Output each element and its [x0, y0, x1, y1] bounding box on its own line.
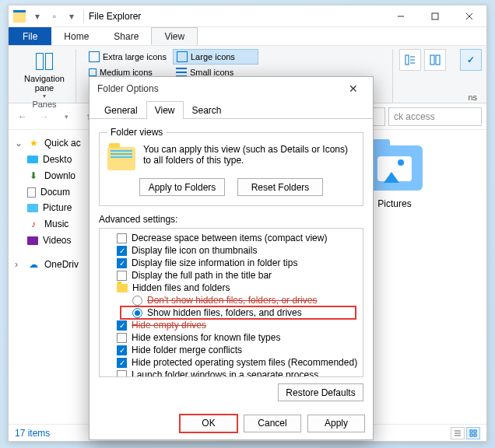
close-button[interactable]: ✕	[342, 82, 365, 95]
adv-hide-empty[interactable]: Hide empty drives	[101, 319, 361, 331]
folder-options-dialog: Folder Options ✕ General View Search Fol…	[89, 76, 374, 440]
adv-hide-merge[interactable]: Hide folder merge conflicts	[101, 344, 361, 356]
maximize-button[interactable]	[418, 5, 452, 27]
picture-icon	[27, 204, 38, 212]
square-icon	[89, 51, 100, 62]
checkbox-icon[interactable]	[117, 233, 127, 243]
recent-button[interactable]: ▾	[57, 107, 75, 126]
explorer-icon	[13, 10, 26, 23]
file-menu[interactable]: File	[9, 27, 51, 45]
folder-icon	[107, 147, 135, 170]
radio-icon[interactable]	[132, 308, 142, 318]
adv-hide-protected[interactable]: Hide protected operating system files (R…	[101, 356, 361, 369]
music-icon: ♪	[27, 218, 40, 230]
search-placeholder: ck access	[394, 111, 435, 122]
apply-to-folders-button[interactable]: Apply to Folders	[139, 178, 225, 196]
svg-rect-9	[436, 55, 440, 65]
folder-tile-pictures[interactable]: Pictures	[367, 145, 423, 209]
titlebar: ▾ ▫ ▾ File Explorer	[9, 5, 486, 27]
dialog-body: Folder views You can apply this view (su…	[90, 119, 373, 407]
quick-access-toolbar: ▾ ▫ ▾	[30, 9, 79, 23]
folder-views-legend: Folder views	[107, 127, 166, 138]
back-button[interactable]: ←	[13, 107, 32, 126]
checkbox-icon[interactable]	[117, 333, 127, 343]
square-icon	[177, 51, 188, 62]
navigation-pane-label: Navigation pane	[18, 74, 71, 93]
tab-view[interactable]: View	[146, 101, 184, 119]
adv-launch-separate[interactable]: Launch folder windows in a separate proc…	[101, 369, 361, 377]
navigation-pane-icon	[33, 51, 55, 72]
qat-item[interactable]: ▾	[65, 9, 79, 23]
tab-general[interactable]: General	[96, 101, 146, 119]
radio-icon[interactable]	[132, 296, 142, 306]
chevron-right-icon: ›	[15, 259, 23, 270]
layout-large-icons[interactable]: Large icons	[173, 49, 258, 65]
checkbox-icon[interactable]	[117, 320, 127, 331]
advanced-settings-label: Advanced settings:	[99, 214, 363, 225]
apply-button[interactable]: Apply	[307, 415, 365, 432]
tab-view[interactable]: View	[151, 27, 198, 45]
folder-icon	[117, 284, 128, 292]
adv-show-hidden[interactable]: Show hidden files, folders, and drives	[101, 306, 361, 319]
reset-folders-button[interactable]: Reset Folders	[237, 178, 323, 196]
tab-search[interactable]: Search	[184, 101, 230, 119]
folder-views-fieldset: Folder views You can apply this view (su…	[99, 127, 363, 206]
svg-rect-16	[474, 434, 476, 436]
icons-view-button[interactable]	[466, 427, 480, 439]
folder-views-text: You can apply this view (such as Details…	[143, 144, 355, 166]
dialog-titlebar: Folder Options ✕	[90, 77, 373, 100]
ribbon-group-panes: Navigation pane ▾ Panes	[13, 49, 76, 103]
tab-home[interactable]: Home	[51, 27, 101, 45]
document-icon	[27, 187, 36, 198]
adv-hidden-group: Hidden files and folders	[101, 282, 361, 294]
group-label-truncated: ns	[468, 93, 477, 102]
adv-decrease-space[interactable]: Decrease space between items (compact vi…	[101, 232, 361, 244]
adv-hide-ext[interactable]: Hide extensions for known file types	[101, 331, 361, 344]
cancel-button[interactable]: Cancel	[244, 415, 301, 432]
checkbox-icon[interactable]	[117, 271, 127, 281]
adv-display-icon[interactable]: Display file icon on thumbnails	[101, 244, 361, 257]
forward-button[interactable]: →	[35, 107, 54, 126]
details-view-button[interactable]	[451, 427, 465, 439]
folder-label: Pictures	[377, 198, 411, 209]
dialog-footer: OK Cancel Apply	[90, 407, 373, 439]
download-icon: ⬇	[27, 170, 40, 182]
square-icon	[89, 68, 97, 76]
qat-item[interactable]: ▾	[30, 9, 44, 23]
folder-icon	[367, 145, 423, 191]
tab-share[interactable]: Share	[101, 27, 151, 45]
ribbon-btn-1[interactable]	[399, 49, 421, 71]
navigation-pane-button[interactable]: Navigation pane ▾	[18, 49, 71, 100]
close-button[interactable]	[452, 5, 486, 27]
restore-defaults-button[interactable]: Restore Defaults	[278, 383, 363, 401]
advanced-settings-list[interactable]: Decrease space between items (compact vi…	[99, 228, 363, 377]
checkbox-icon[interactable]	[117, 358, 127, 368]
svg-rect-15	[470, 434, 472, 436]
adv-display-size[interactable]: Display file size information in folder …	[101, 257, 361, 269]
layout-options: Extra large icons Large icons Medium ico…	[86, 49, 388, 79]
qat-item[interactable]: ▫	[47, 9, 61, 23]
adv-dont-show-hidden[interactable]: Don't show hidden files, folders, or dri…	[101, 294, 361, 306]
dialog-tabs: General View Search	[90, 100, 373, 119]
svg-rect-14	[474, 430, 476, 432]
svg-rect-8	[430, 55, 434, 65]
adv-display-full-path[interactable]: Display the full path in the title bar	[101, 269, 361, 282]
dialog-title: Folder Options	[97, 83, 159, 94]
window-title: File Explorer	[89, 11, 141, 22]
checkbox-icon[interactable]	[117, 345, 127, 355]
ribbon-btn-check[interactable]: ✓	[460, 49, 482, 71]
layout-extra-large-icons[interactable]: Extra large icons	[86, 49, 171, 65]
item-count: 17 items	[15, 428, 50, 439]
svg-rect-1	[432, 13, 438, 19]
search-input[interactable]: ck access	[388, 107, 482, 126]
minimize-button[interactable]	[384, 5, 418, 27]
checkbox-icon[interactable]	[117, 258, 127, 268]
ribbon-btn-2[interactable]	[424, 49, 446, 71]
checkbox-icon[interactable]	[117, 370, 127, 378]
video-icon	[27, 236, 38, 245]
checkbox-icon[interactable]	[117, 246, 127, 256]
star-icon: ★	[27, 137, 40, 149]
ok-button[interactable]: OK	[180, 415, 237, 432]
sidebar-label: Quick ac	[44, 138, 81, 149]
menubar: File Home Share View	[9, 27, 486, 46]
